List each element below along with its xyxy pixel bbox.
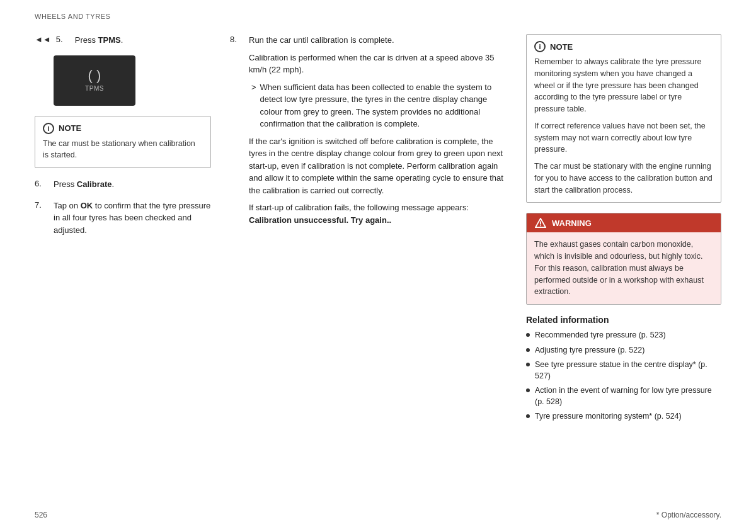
- step-5-num: 5.: [56, 34, 71, 45]
- step-6-row: 6. Press Calibrate.: [35, 178, 211, 191]
- back-arrows: ◄◄: [35, 34, 51, 45]
- note-header-right: i NOTE: [534, 41, 713, 52]
- bullet-dot-1: [526, 333, 530, 337]
- para-startup-fail: If start-up of calibration fails, the fo…: [249, 201, 507, 226]
- note-box-left: i NOTE The car must be stationary when c…: [35, 116, 211, 169]
- related-item-1: Recommended tyre pressure (p. 523): [535, 330, 666, 341]
- bullet-dot-4: [526, 388, 530, 392]
- related-item-4: Action in the event of warning for low t…: [535, 385, 721, 407]
- step-6-text: Press Calibrate.: [54, 178, 211, 191]
- note-right-para1: Remember to always calibrate the tyre pr…: [534, 56, 713, 115]
- content-columns: ◄◄ 5. Press TPMS. ( ) TPMS i NOTE The ca…: [35, 34, 721, 426]
- step-8-row: 8. Run the car until calibration is comp…: [230, 34, 507, 231]
- page-footer: 526 * Option/accessory.: [35, 511, 721, 519]
- page-number: 526: [35, 511, 47, 519]
- warning-box: WARNING The exhaust gases contain carbon…: [526, 213, 721, 305]
- ok-bold: OK: [81, 201, 93, 210]
- note-body-right: Remember to always calibrate the tyre pr…: [534, 56, 713, 196]
- footnote: * Option/accessory.: [656, 511, 721, 519]
- page-header: WHEELS AND TYRES: [35, 13, 721, 20]
- step-7-text: Tap on OK to confirm that the tyre press…: [54, 200, 211, 237]
- step-5-text: Press TPMS.: [75, 34, 211, 47]
- step-5-row: ◄◄ 5. Press TPMS.: [35, 34, 211, 47]
- tpms-bold: TPMS: [98, 35, 121, 45]
- related-section: Related information Recommended tyre pre…: [526, 315, 721, 422]
- warning-label: WARNING: [552, 218, 592, 228]
- page: WHEELS AND TYRES ◄◄ 5. Press TPMS. ( ) T…: [0, 0, 756, 532]
- bullet-dot-3: [526, 363, 530, 366]
- sub-item-text: When sufficient data has been collected …: [260, 81, 507, 130]
- warning-triangle-icon: [534, 217, 547, 229]
- step-6-num: 6.: [35, 178, 50, 190]
- related-item-2: Adjusting tyre pressure (p. 522): [535, 345, 644, 356]
- middle-column: 8. Run the car until calibration is comp…: [230, 34, 507, 240]
- note-box-right: i NOTE Remember to always calibrate the …: [526, 34, 721, 203]
- related-list: Recommended tyre pressure (p. 523) Adjus…: [526, 330, 721, 422]
- step-7-num: 7.: [35, 200, 50, 211]
- info-icon-left: i: [43, 123, 54, 134]
- list-item: Action in the event of warning for low t…: [526, 385, 721, 407]
- note-label-right: NOTE: [550, 42, 573, 52]
- note-right-para3: The car must be stationary with the engi…: [534, 161, 713, 196]
- note-body-left: The car must be stationary when calibrat…: [43, 138, 203, 162]
- svg-point-0: [540, 225, 541, 227]
- left-column: ◄◄ 5. Press TPMS. ( ) TPMS i NOTE The ca…: [35, 34, 211, 245]
- note-header-left: i NOTE: [43, 123, 203, 134]
- para-calibration-speed: Calibration is performed when the car is…: [249, 52, 507, 76]
- warning-header: WARNING: [527, 213, 721, 232]
- step-8-content: Run the car until calibration is complet…: [249, 34, 507, 231]
- para-ignition-off: If the car's ignition is switched off be…: [249, 135, 507, 197]
- calibration-unsuccessful-bold: Calibration unsuccessful. Try again..: [249, 215, 391, 225]
- related-item-3: See tyre pressure statue in the centre d…: [535, 359, 721, 382]
- note-right-para2: If correct reference values have not bee…: [534, 120, 713, 156]
- tpms-display-label: TPMS: [85, 85, 104, 92]
- related-title: Related information: [526, 315, 721, 325]
- bullet-dot-5: [526, 414, 530, 418]
- sub-arrow-icon: >: [251, 81, 256, 130]
- tpms-display-image: ( ) TPMS: [54, 55, 135, 106]
- calibrate-bold: Calibrate: [77, 179, 112, 189]
- tpms-icon: ( ): [88, 69, 101, 82]
- list-item: Adjusting tyre pressure (p. 522): [526, 345, 721, 356]
- related-item-5: Tyre pressure monitoring system* (p. 524…: [535, 411, 682, 422]
- list-item: Tyre pressure monitoring system* (p. 524…: [526, 411, 721, 422]
- sub-item-green: > When sufficient data has been collecte…: [249, 81, 507, 130]
- list-item: Recommended tyre pressure (p. 523): [526, 330, 721, 341]
- step-7-row: 7. Tap on OK to confirm that the tyre pr…: [35, 200, 211, 237]
- list-item: See tyre pressure statue in the centre d…: [526, 359, 721, 382]
- step-8-num: 8.: [230, 34, 245, 45]
- right-column: i NOTE Remember to always calibrate the …: [526, 34, 721, 426]
- bullet-dot-2: [526, 348, 530, 352]
- info-icon-right: i: [534, 41, 546, 52]
- step-8-main-text: Run the car until calibration is complet…: [249, 34, 507, 47]
- note-label-left: NOTE: [59, 123, 81, 133]
- warning-body: The exhaust gases contain carbon monoxid…: [527, 232, 721, 304]
